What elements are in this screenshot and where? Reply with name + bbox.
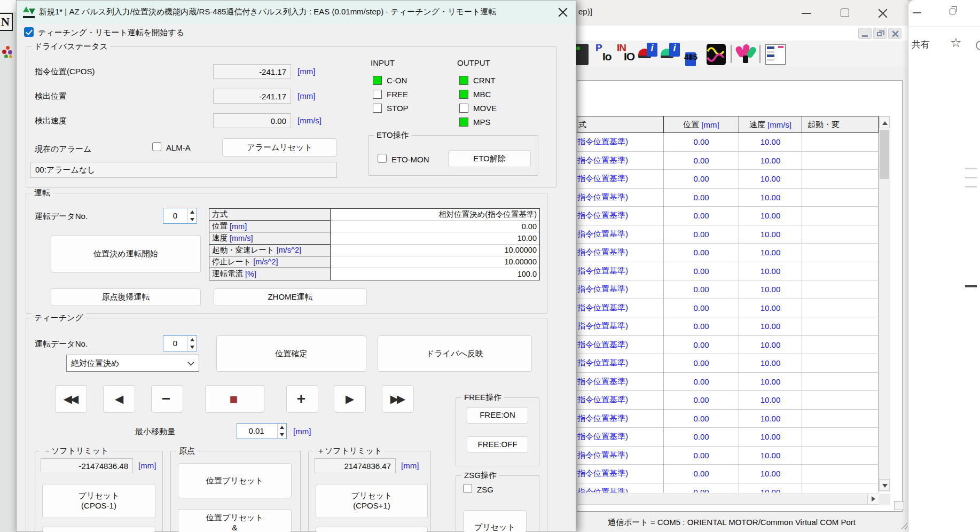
cell-speed[interactable]: 10.00: [739, 410, 802, 428]
mdi-minimize-button[interactable]: [858, 28, 872, 39]
table-row[interactable]: 指令位置基準) 0.00 10.00: [577, 447, 879, 465]
cell-method[interactable]: 指令位置基準): [577, 225, 664, 244]
zsg-checkbox[interactable]: [463, 484, 472, 493]
dialog-close-button[interactable]: [553, 3, 573, 21]
cell-method[interactable]: 指令位置基準): [577, 317, 664, 336]
table-row[interactable]: 指令位置基準) 0.00 10.00: [577, 410, 879, 428]
cell-accel[interactable]: [802, 428, 879, 447]
n-app-icon[interactable]: N: [0, 13, 13, 31]
cell-position[interactable]: 0.00: [664, 483, 739, 493]
cell-position[interactable]: 0.00: [664, 225, 739, 244]
param-value-cell[interactable]: 100.0: [331, 268, 539, 280]
param-value-cell[interactable]: 10.00000: [331, 245, 539, 256]
cell-method[interactable]: 指令位置基準): [577, 465, 664, 483]
cell-speed[interactable]: 10.00: [739, 207, 802, 225]
start-teaching-checkbox[interactable]: [24, 27, 34, 37]
cell-speed[interactable]: 10.00: [739, 354, 802, 373]
eto-release-button[interactable]: ETO解除: [448, 150, 531, 167]
cell-position[interactable]: 0.00: [664, 447, 739, 465]
table-row[interactable]: 指令位置基準) 0.00 10.00: [577, 170, 879, 189]
cell-method[interactable]: 指令位置基準): [577, 262, 664, 281]
resize-grip[interactable]: [901, 523, 907, 529]
table-row[interactable]: 指令位置基準) 0.00 10.00: [577, 428, 879, 447]
dialog-titlebar[interactable]: 新規1* | AZ パルス列入力/位置決め機能内蔵/RS-485通信付きパルス列…: [17, 1, 576, 24]
table-row[interactable]: 指令位置基準) 0.00 10.00: [577, 262, 879, 281]
cell-accel[interactable]: [802, 280, 879, 299]
table-row[interactable]: 指令位置基準) 0.00 10.00: [577, 280, 879, 299]
jog-reverse-button[interactable]: ◀: [103, 385, 135, 413]
horizontal-scrollbar[interactable]: [577, 494, 879, 505]
spinner-value[interactable]: 0: [163, 339, 187, 348]
cell-accel[interactable]: [802, 189, 879, 207]
cell-speed[interactable]: 10.00: [739, 299, 802, 318]
cell-speed[interactable]: 10.00: [739, 244, 802, 262]
cell-accel[interactable]: [802, 354, 879, 373]
table-row[interactable]: 指令位置基準) 0.00 10.00: [577, 244, 879, 262]
cell-speed[interactable]: 10.00: [739, 447, 802, 465]
cell-method[interactable]: 指令位置基準): [577, 447, 664, 465]
jog-fast-forward-button[interactable]: ▶▶: [382, 385, 414, 413]
profile-icon-partial[interactable]: [976, 41, 980, 50]
cell-speed[interactable]: 10.00: [739, 391, 802, 410]
cell-accel[interactable]: [802, 336, 879, 355]
jog-plus-step-button[interactable]: +: [286, 385, 318, 413]
preset-cpos-plus1-button[interactable]: プリセット (CPOS+1): [316, 484, 428, 518]
info-monitor-icon[interactable]: i: [661, 44, 681, 65]
free-off-button[interactable]: FREE:OFF: [467, 436, 528, 453]
positioning-mode-select[interactable]: 絶対位置決め: [66, 355, 199, 372]
cell-speed[interactable]: 10.00: [739, 189, 802, 207]
scroll-down-button[interactable]: [879, 479, 890, 491]
cell-position[interactable]: 0.00: [664, 410, 739, 428]
cell-method[interactable]: 指令位置基準): [577, 170, 664, 189]
zsg-preset-button[interactable]: プリセット: [463, 510, 527, 532]
cell-position[interactable]: 0.00: [664, 244, 739, 262]
cell-speed[interactable]: 10.00: [739, 483, 802, 493]
cell-position[interactable]: 0.00: [664, 262, 739, 281]
share-button[interactable]: 共有: [912, 38, 930, 51]
cell-position[interactable]: 0.00: [664, 465, 739, 483]
reflect-to-driver-button[interactable]: ドライバへ反映: [378, 335, 532, 372]
cell-speed[interactable]: 10.00: [739, 133, 802, 152]
scroll-right-button[interactable]: [867, 494, 879, 504]
cell-position[interactable]: 0.00: [664, 170, 739, 189]
cell-accel[interactable]: [802, 465, 879, 483]
cell-speed[interactable]: 10.00: [739, 225, 802, 244]
jog-minus-step-button[interactable]: −: [151, 385, 183, 413]
param-value-cell[interactable]: 0.00: [331, 221, 539, 232]
minimize-icon[interactable]: [913, 12, 921, 13]
grid-header-speed[interactable]: 速度 [mm/s]: [739, 116, 802, 133]
table-row[interactable]: 指令位置基準) 0.00 10.00: [577, 465, 879, 483]
scrollbar-thumb[interactable]: [880, 130, 889, 179]
mdi-close-button[interactable]: [888, 28, 901, 39]
cell-method[interactable]: 指令位置基準): [577, 280, 664, 299]
teaching-remote-icon[interactable]: [736, 44, 755, 65]
favorite-star-icon[interactable]: ☆: [950, 35, 962, 50]
operation-data-no-spinner[interactable]: 0: [163, 208, 197, 224]
cell-accel[interactable]: [802, 317, 879, 336]
zhome-button[interactable]: ZHOME運転: [214, 288, 367, 306]
cell-position[interactable]: 0.00: [664, 391, 739, 410]
param-value-cell[interactable]: 相対位置決め(指令位置基準): [331, 209, 539, 221]
cell-position[interactable]: 0.00: [664, 133, 739, 152]
spinner-value[interactable]: 0: [163, 211, 187, 220]
cell-method[interactable]: 指令位置基準): [577, 336, 664, 355]
free-on-button[interactable]: FREE:ON: [467, 407, 528, 424]
cell-method[interactable]: 指令位置基準): [577, 152, 664, 170]
cell-accel[interactable]: [802, 262, 879, 281]
cell-position[interactable]: 0.00: [664, 280, 739, 299]
spinner-value[interactable]: 0.01: [237, 426, 276, 435]
cell-method[interactable]: 指令位置基準): [577, 373, 664, 392]
scroll-up-button[interactable]: [879, 116, 890, 128]
cell-position[interactable]: 0.00: [664, 428, 739, 447]
spinner-buttons[interactable]: [277, 424, 286, 439]
child-resize-box[interactable]: [894, 501, 904, 510]
cell-method[interactable]: 指令位置基準): [577, 354, 664, 373]
cell-position[interactable]: 0.00: [664, 152, 739, 170]
table-row[interactable]: 指令位置基準) 0.00 10.00: [577, 317, 879, 336]
spinner-buttons[interactable]: [187, 336, 197, 351]
cell-speed[interactable]: 10.00: [739, 336, 802, 355]
table-row[interactable]: 指令位置基準) 0.00 10.00: [577, 299, 879, 318]
cell-accel[interactable]: [802, 410, 879, 428]
cell-position[interactable]: 0.00: [664, 373, 739, 392]
minimize-button[interactable]: [795, 3, 818, 22]
